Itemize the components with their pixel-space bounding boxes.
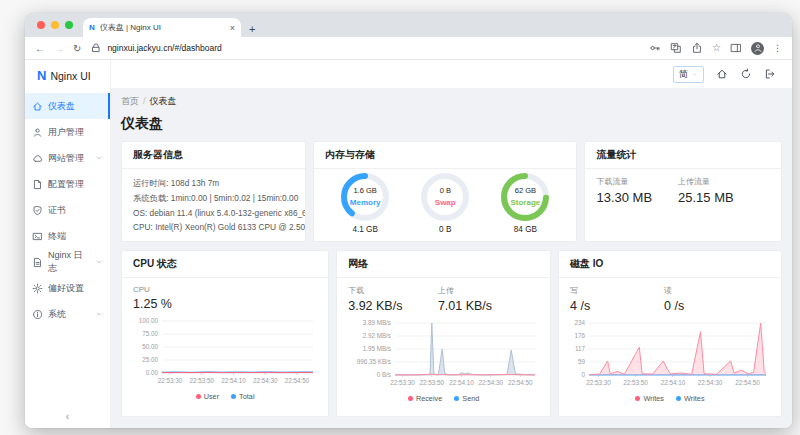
url-box[interactable]: nginxui.jackyu.cn/#/dashboard xyxy=(90,42,640,54)
svg-text:0.00: 0.00 xyxy=(146,369,159,376)
svg-text:1.95 MB/s: 1.95 MB/s xyxy=(363,345,391,352)
svg-text:22:54:10: 22:54:10 xyxy=(221,377,246,384)
gauge-swap: 0 BSwap0 B xyxy=(419,171,471,234)
bookmark-star-icon[interactable]: ☆ xyxy=(712,43,721,53)
stat-value: 3.92 KB/s xyxy=(348,299,438,313)
restart-icon[interactable] xyxy=(740,68,752,80)
password-key-icon[interactable] xyxy=(649,42,661,54)
server-info-body: 运行时间: 108d 13h 7m系统负载: 1min:0.00 | 5min:… xyxy=(122,169,305,242)
sidebar-item-label: 系统 xyxy=(48,308,66,321)
stat-label: 上传 xyxy=(438,285,528,296)
certificate-icon xyxy=(32,205,43,216)
server-info-row: 系统负载: 1min:0.00 | 5min:0.02 | 15min:0.00 xyxy=(133,191,294,206)
stat: 上传7.01 KB/s xyxy=(438,285,528,313)
card-title: 内存与存储 xyxy=(314,142,576,169)
dashboard-icon xyxy=(32,101,43,112)
stat-value: 25.15 MB xyxy=(678,190,760,205)
sidebar-collapse-icon[interactable]: ‹ xyxy=(25,411,110,422)
breadcrumb-current: 仪表盘 xyxy=(150,96,177,106)
language-value: 简 xyxy=(679,68,688,81)
server-info-row: CPU: Intel(R) Xeon(R) Gold 6133 CPU @ 2.… xyxy=(133,220,294,235)
legend-dot xyxy=(454,396,459,401)
chart-cards-row: CPU 状态 CPU1.25 % 100.0075.0050.0025.000.… xyxy=(121,250,782,417)
legend-item: Total xyxy=(231,392,254,401)
svg-text:75.00: 75.00 xyxy=(142,330,158,337)
profile-avatar[interactable] xyxy=(751,42,764,55)
gauge-total-value: 84 GB xyxy=(499,225,551,234)
reload-icon[interactable]: ↻ xyxy=(73,43,81,54)
share-icon[interactable] xyxy=(691,42,703,54)
sidebar-item-user[interactable]: 用户管理 xyxy=(25,119,110,145)
card-title: 服务器信息 xyxy=(122,142,305,169)
app-header: 简 xyxy=(111,60,792,88)
tab-title: 仪表盘 | Nginx UI xyxy=(100,22,225,33)
browser-menu-icon[interactable]: ⋮ xyxy=(773,43,782,53)
logout-icon[interactable] xyxy=(764,68,776,80)
sidebar-item-dashboard[interactable]: 仪表盘 xyxy=(25,93,110,119)
translate-icon[interactable] xyxy=(670,42,682,54)
card-title: 流量统计 xyxy=(585,142,781,169)
svg-text:22:54:30: 22:54:30 xyxy=(698,379,723,386)
stat: 下载3.92 KB/s xyxy=(348,285,438,313)
stat: CPU1.25 % xyxy=(133,285,220,311)
sidebar-item-label: 偏好设置 xyxy=(48,282,84,295)
svg-text:22:53:30: 22:53:30 xyxy=(586,379,611,386)
svg-text:25.00: 25.00 xyxy=(142,356,158,363)
legend-dot xyxy=(231,394,236,399)
breadcrumb-home[interactable]: 首页 xyxy=(121,96,139,106)
gauge-total-value: 4.1 GB xyxy=(339,225,391,234)
stat-value: 13.30 MB xyxy=(596,190,678,205)
cpu-card: CPU 状态 CPU1.25 % 100.0075.0050.0025.000.… xyxy=(121,250,329,417)
stat-label: CPU xyxy=(133,285,220,294)
sidebar-item-log[interactable]: Nginx 日志 xyxy=(25,249,110,275)
chart-svg: 23417611759022:53:3022:53:5022:54:1022:5… xyxy=(570,319,770,389)
top-cards-row: 服务器信息 运行时间: 108d 13h 7m系统负载: 1min:0.00 |… xyxy=(121,141,782,242)
sidebar-item-system[interactable]: 系统 xyxy=(25,301,110,327)
tab-close-icon[interactable]: × xyxy=(230,23,235,33)
svg-text:0 B/s: 0 B/s xyxy=(377,371,391,378)
sidebar-item-label: Nginx 日志 xyxy=(48,249,90,275)
svg-text:22:54:10: 22:54:10 xyxy=(661,379,686,386)
server-info-row: OS: debian 11.4 (linux 5.4.0-132-generic… xyxy=(133,206,294,221)
brand[interactable]: N Nginx UI xyxy=(25,60,110,91)
user-icon xyxy=(32,127,43,138)
svg-text:22:53:50: 22:53:50 xyxy=(189,377,214,384)
side-panel-icon[interactable] xyxy=(730,42,742,54)
stat-value: 7.01 KB/s xyxy=(438,299,528,313)
sidebar-item-terminal[interactable]: 终端 xyxy=(25,223,110,249)
gauge-used-value: 62 GB xyxy=(499,186,551,195)
tab-favicon: N xyxy=(89,23,95,32)
stat-value: 1.25 % xyxy=(133,297,220,311)
sidebar-item-certificate[interactable]: 证书 xyxy=(25,197,110,223)
traffic-stats: 下载流量13.30 MB上传流量25.15 MB xyxy=(585,169,781,212)
sidebar-menu: 仪表盘用户管理网站管理配置管理证书终端Nginx 日志偏好设置系统 xyxy=(25,93,110,327)
svg-text:22:53:50: 22:53:50 xyxy=(420,379,445,386)
svg-text:2.92 MB/s: 2.92 MB/s xyxy=(363,332,391,339)
chart-legend: UserTotal xyxy=(133,392,317,401)
browser-tab[interactable]: N 仪表盘 | Nginx UI × xyxy=(83,18,241,37)
minimize-window-button[interactable] xyxy=(51,21,59,29)
legend-dot xyxy=(676,396,681,401)
browser-window: N 仪表盘 | Nginx UI × + ← → ↻ nginxui.jacky… xyxy=(25,13,792,428)
home-icon[interactable] xyxy=(716,68,728,80)
sidebar-item-settings[interactable]: 偏好设置 xyxy=(25,275,110,301)
legend-dot xyxy=(408,396,413,401)
stat-label: 下载 xyxy=(348,285,438,296)
zoom-window-button[interactable] xyxy=(65,21,73,29)
close-window-button[interactable] xyxy=(37,21,45,29)
card-title: 网络 xyxy=(337,251,550,278)
new-tab-button[interactable]: + xyxy=(249,23,255,35)
svg-text:22:54:30: 22:54:30 xyxy=(253,377,278,384)
card-title: 磁盘 IO xyxy=(559,251,781,278)
svg-text:50.00: 50.00 xyxy=(142,343,158,350)
sidebar-item-file[interactable]: 配置管理 xyxy=(25,171,110,197)
back-icon[interactable]: ← xyxy=(35,43,45,54)
sidebar-item-cloud[interactable]: 网站管理 xyxy=(25,145,110,171)
svg-text:3.89 MB/s: 3.89 MB/s xyxy=(363,319,391,326)
window-controls xyxy=(37,21,73,29)
forward-icon: → xyxy=(54,43,64,54)
language-select[interactable]: 简 xyxy=(673,66,704,83)
network-card: 网络 下载3.92 KB/s上传7.01 KB/s 3.89 MB/s2.92 … xyxy=(336,250,551,417)
brand-name: Nginx UI xyxy=(50,70,90,82)
url-text[interactable]: nginxui.jackyu.cn/#/dashboard xyxy=(107,43,221,53)
